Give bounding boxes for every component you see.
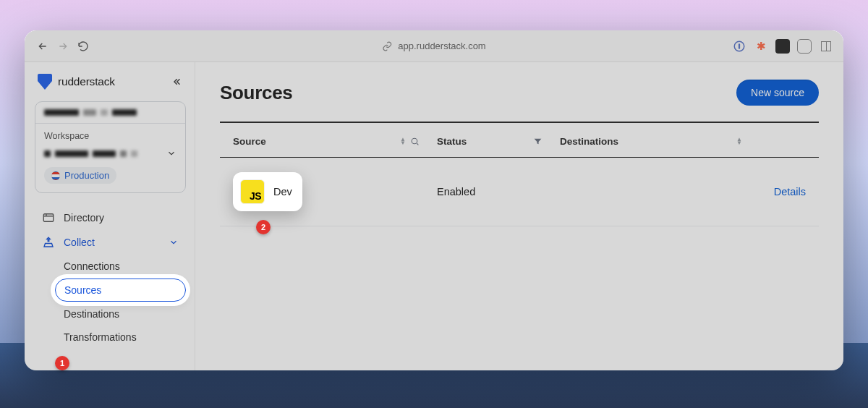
sidebar-subitem-label: Sources bbox=[64, 284, 101, 296]
sidebar-subitem-destinations[interactable]: Destinations bbox=[55, 303, 186, 325]
sidebar-item-collect[interactable]: Collect bbox=[35, 231, 186, 254]
extension-1password-icon[interactable] bbox=[732, 39, 746, 54]
sidebar-subitem-transformations[interactable]: Transformations bbox=[55, 326, 186, 348]
tab-overview-icon[interactable] bbox=[819, 39, 833, 54]
rudderstack-logo-icon bbox=[38, 74, 52, 90]
browser-window: app.rudderstack.com ✱ rudderstack bbox=[25, 30, 843, 370]
table-header-row: Source ▲▼ Status Destinations ▲▼ bbox=[220, 123, 819, 158]
account-name-redacted bbox=[44, 109, 176, 116]
new-source-button[interactable]: New source bbox=[736, 80, 819, 106]
nav-reload-button[interactable] bbox=[75, 38, 91, 54]
extension-box-icon[interactable] bbox=[797, 39, 812, 54]
details-link[interactable]: Details bbox=[748, 186, 806, 197]
workspace-label: Workspace bbox=[44, 131, 176, 141]
nav-forward-button[interactable] bbox=[55, 38, 71, 54]
source-name: Dev bbox=[273, 186, 292, 197]
environment-label: Production bbox=[64, 170, 109, 181]
extension-star-icon[interactable]: ✱ bbox=[754, 39, 768, 54]
javascript-icon: JS bbox=[240, 179, 265, 204]
environment-flag-icon bbox=[51, 171, 60, 180]
link-icon bbox=[382, 41, 392, 51]
svg-point-3 bbox=[412, 138, 417, 144]
brand-logo-block[interactable]: rudderstack bbox=[38, 74, 115, 90]
table-row[interactable]: JS Dev Enabled Details bbox=[220, 158, 819, 226]
source-chip[interactable]: JS Dev bbox=[233, 172, 302, 211]
sidebar-subitem-sources[interactable]: Sources bbox=[55, 279, 186, 302]
sidebar-collapse-button[interactable] bbox=[170, 75, 183, 88]
environment-pill[interactable]: Production bbox=[44, 167, 116, 184]
page-title: Sources bbox=[220, 82, 293, 104]
annotation-badge-2: 2 bbox=[256, 220, 271, 234]
search-icon[interactable] bbox=[410, 137, 420, 146]
sidebar-item-directory[interactable]: Directory bbox=[35, 206, 186, 229]
sidebar-subitem-connections[interactable]: Connections bbox=[55, 255, 186, 277]
chevron-down-icon bbox=[166, 148, 176, 158]
sidebar: rudderstack Workspace bbox=[25, 62, 195, 370]
source-status: Enabled bbox=[437, 186, 560, 197]
directory-icon bbox=[42, 211, 55, 224]
workspace-card[interactable]: Workspace Production bbox=[35, 101, 186, 193]
url-host: app.rudderstack.com bbox=[398, 41, 485, 51]
workspace-name-redacted bbox=[44, 150, 137, 157]
nav-list: Directory Collect Connections bbox=[35, 206, 186, 348]
sort-icon[interactable]: ▲▼ bbox=[736, 137, 742, 145]
sidebar-subitem-label: Destinations bbox=[64, 308, 119, 320]
column-header-destinations[interactable]: Destinations bbox=[560, 136, 618, 147]
chevron-down-icon bbox=[169, 237, 179, 247]
sidebar-subitem-label: Transformations bbox=[64, 331, 137, 343]
extension-dark-icon[interactable] bbox=[775, 39, 790, 54]
filter-icon[interactable] bbox=[533, 137, 542, 146]
nav-back-button[interactable] bbox=[35, 38, 51, 54]
svg-rect-2 bbox=[43, 214, 54, 222]
sidebar-item-label: Directory bbox=[64, 212, 104, 224]
brand-name: rudderstack bbox=[58, 75, 115, 88]
annotation-badge-1: 1 bbox=[55, 356, 69, 370]
svg-rect-1 bbox=[739, 43, 740, 49]
sidebar-subitem-label: Connections bbox=[64, 260, 120, 272]
column-header-source[interactable]: Source bbox=[233, 136, 266, 147]
sidebar-item-label: Collect bbox=[64, 237, 95, 248]
column-header-status[interactable]: Status bbox=[437, 136, 467, 147]
browser-chrome: app.rudderstack.com ✱ bbox=[25, 30, 843, 62]
main-content: Sources New source Source ▲▼ Status D bbox=[195, 62, 843, 370]
collect-icon bbox=[42, 236, 55, 249]
sort-icon[interactable]: ▲▼ bbox=[400, 137, 406, 145]
url-bar[interactable]: app.rudderstack.com bbox=[382, 41, 485, 51]
